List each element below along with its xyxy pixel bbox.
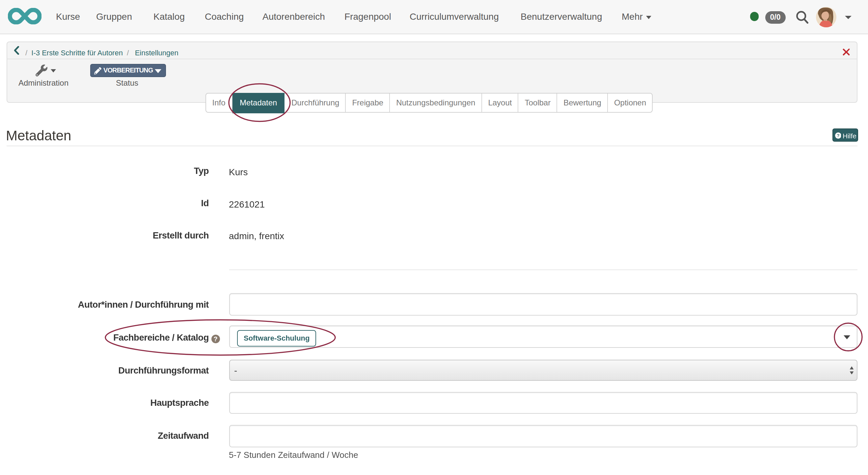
svg-text:?: ? [836, 133, 839, 138]
